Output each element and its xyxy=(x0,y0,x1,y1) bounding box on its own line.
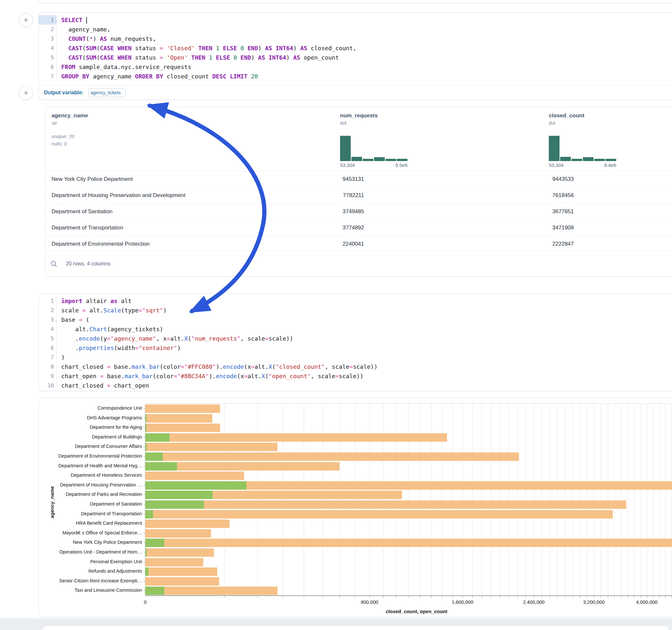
bar-closed xyxy=(145,558,203,566)
code-line: 5 CAST(SUM(CASE WHEN status = 'Open' THE… xyxy=(39,53,672,62)
text-cursor xyxy=(86,17,87,24)
x-axis-minor-tick xyxy=(500,596,500,598)
output-variable-pill[interactable]: agency_tickets xyxy=(88,88,126,97)
chart-gridline xyxy=(647,404,647,596)
x-axis-minor-tick xyxy=(491,596,491,598)
code-text: .properties(width="container") xyxy=(57,343,181,353)
python-code-editor[interactable]: 1import altair as alt2scale = alt.Scale(… xyxy=(39,296,672,390)
code-line: 8chart_closed = base.mark_bar(color="#FF… xyxy=(39,362,672,371)
chart-gridline xyxy=(653,404,653,596)
column-header-num-requests[interactable]: num_requests i64 xyxy=(340,113,378,126)
code-text: FROM sample_data.nyc.service_requests xyxy=(57,62,191,72)
histogram-bar xyxy=(594,159,605,161)
y-axis-label: Operations Unit - Department of Hom… xyxy=(55,547,142,557)
line-number: 8 xyxy=(39,362,57,371)
sql-code-editor[interactable]: 1⌄SELECT 2 agency_name,3 COUNT(*) AS num… xyxy=(39,15,672,81)
bar-closed xyxy=(145,414,212,422)
line-number: 5 xyxy=(39,53,57,62)
column-header-agency-name[interactable]: agency_name str unique: 20 nulls: 0 xyxy=(51,113,88,146)
chart-gridline xyxy=(304,404,304,596)
bar-closed xyxy=(145,548,214,557)
cell-agency-name: Department of Sanitation xyxy=(51,209,113,215)
y-axis-tick xyxy=(143,562,145,562)
chart-gridline xyxy=(608,404,608,596)
y-axis-tick xyxy=(143,408,145,409)
y-axis-label: Department of Housing Preservation … xyxy=(55,480,142,490)
table-row[interactable]: Department of Sanitation37494853677651 xyxy=(46,203,672,219)
bar-open xyxy=(145,539,164,547)
y-axis-label: Department of Buildings xyxy=(55,432,142,442)
chart-gridline xyxy=(355,404,355,596)
x-axis-minor-tick xyxy=(634,596,634,598)
chart-gridline xyxy=(369,404,370,596)
chart-gridline xyxy=(482,404,482,596)
chart-gridline xyxy=(587,404,587,596)
chart-gridline xyxy=(641,404,641,596)
line-number: 4 xyxy=(39,43,57,53)
chart-gridline xyxy=(225,404,225,596)
y-axis-tick xyxy=(143,456,145,457)
y-axis-tick xyxy=(143,485,145,485)
table-footer: 20 rows, 4 columns xyxy=(46,250,672,276)
cell-agency-name: Department of Transportation xyxy=(51,224,123,231)
bar-open xyxy=(145,500,204,509)
code-text: base = ( xyxy=(57,315,90,324)
line-number: 1 xyxy=(39,296,57,306)
cell-num-requests: 3749485 xyxy=(343,203,364,219)
histogram-bar xyxy=(605,159,616,161)
x-axis-minor-tick xyxy=(659,596,660,598)
column-header-closed-count[interactable]: closed_count i64 xyxy=(549,113,584,126)
x-axis-minor-tick xyxy=(621,596,621,598)
chart-gridline xyxy=(518,404,518,596)
sql-cell[interactable]: 1⌄SELECT 2 agency_name,3 COUNT(*) AS num… xyxy=(38,12,672,100)
code-line: 1⌄SELECT xyxy=(39,15,672,25)
add-cell-button-bottom[interactable]: + xyxy=(19,86,33,100)
code-line: 10chart_closed + chart_open xyxy=(39,381,672,390)
y-axis-tick xyxy=(143,552,145,553)
code-text: chart_open = base.mark_bar(color="#8BC34… xyxy=(57,371,363,381)
cell-closed-count: 3471908 xyxy=(552,220,574,236)
x-axis-minor-tick xyxy=(408,596,408,598)
table-row[interactable]: Department of Transportation377489234719… xyxy=(46,219,672,236)
table-row[interactable]: Department of Housing Preservation and D… xyxy=(46,187,672,203)
table-row[interactable]: New York City Police Department945313194… xyxy=(46,171,672,187)
y-axis-tick xyxy=(143,571,145,572)
chart-gridline xyxy=(628,404,628,596)
x-axis-tick-label: 0 xyxy=(144,599,146,605)
fold-chevron-icon[interactable]: ⌄ xyxy=(55,315,57,325)
chart-gridline xyxy=(634,404,634,596)
search-icon[interactable] xyxy=(50,260,57,267)
line-number: 7 xyxy=(39,72,57,81)
python-cell[interactable]: 1import altair as alt2scale = alt.Scale(… xyxy=(38,293,672,391)
chart-gridline xyxy=(509,404,509,596)
dataframe-preview: agency_name str unique: 20 nulls: 0 num_… xyxy=(45,107,672,277)
x-axis-tick-label: 4,000,000 xyxy=(636,599,658,605)
line-number: 3 xyxy=(39,34,57,43)
chart-gridline xyxy=(442,404,442,596)
chart-y-axis-title: agency_name xyxy=(49,483,55,522)
chart-gridline xyxy=(339,404,340,596)
add-cell-button-top[interactable]: + xyxy=(19,13,33,27)
chart-gridline xyxy=(659,404,660,596)
chart-gridline xyxy=(671,404,672,596)
fold-chevron-icon[interactable]: ⌄ xyxy=(55,16,57,25)
chart-gridline xyxy=(542,404,542,596)
x-axis-minor-tick xyxy=(482,596,482,598)
bar-closed xyxy=(145,433,447,442)
y-axis-tick xyxy=(143,542,145,543)
chart-gridline xyxy=(472,404,473,596)
x-axis-minor-tick xyxy=(339,596,340,598)
y-axis-tick xyxy=(143,590,145,591)
table-row[interactable]: Department of Environmental Protection22… xyxy=(46,236,672,252)
cell-agency-name: New York City Police Department xyxy=(51,176,133,182)
x-axis-minor-tick xyxy=(587,596,587,598)
bar-open xyxy=(145,443,146,451)
y-axis-label: Department of Transportation xyxy=(55,509,142,518)
bar-open xyxy=(145,433,170,442)
line-number: 9 xyxy=(39,371,57,381)
histogram-bar xyxy=(583,157,594,161)
x-axis-minor-tick xyxy=(641,596,641,598)
code-text: GROUP BY agency_name ORDER BY closed_cou… xyxy=(57,72,258,81)
row-count-text: 20 rows, 4 columns xyxy=(66,261,111,267)
histogram-bar xyxy=(572,159,582,161)
